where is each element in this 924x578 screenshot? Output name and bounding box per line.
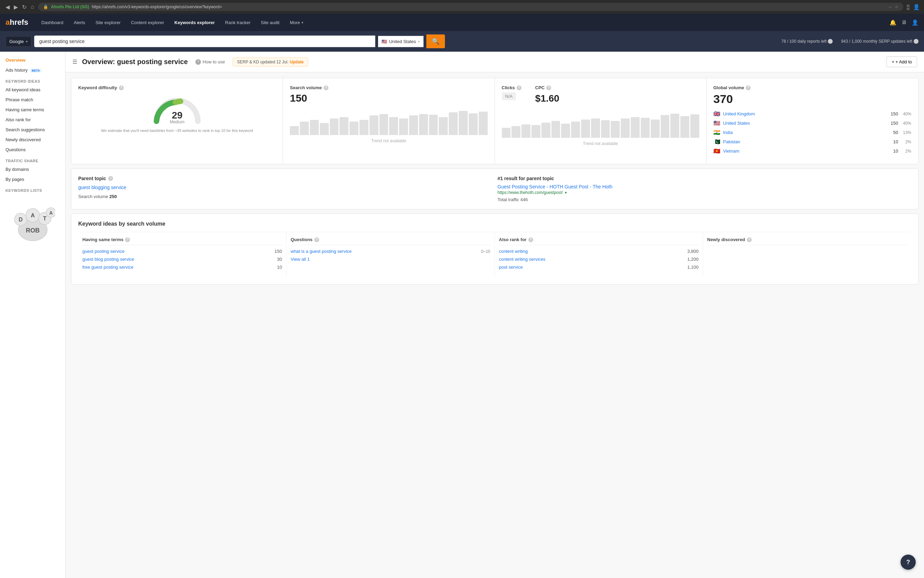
nav-rank-tracker[interactable]: Rank tracker xyxy=(220,17,255,28)
help-button[interactable]: ? xyxy=(901,555,916,570)
country-flag-icon: 🇻🇳 xyxy=(713,148,720,154)
keyword-ideas-section-title: KEYWORD IDEAS xyxy=(0,75,65,85)
sv-info-icon[interactable]: ? xyxy=(324,85,329,90)
add-to-button[interactable]: + + Add to xyxy=(887,57,917,67)
country-flag-icon: 🇵🇰 xyxy=(713,138,720,145)
display-icon[interactable]: 🖥 xyxy=(901,19,907,26)
parent-topic-info-icon[interactable]: ? xyxy=(108,176,113,181)
result-url[interactable]: https://www.thehoth.com/guestpost/ xyxy=(498,190,563,195)
sidebar-item-questions[interactable]: Questions xyxy=(0,144,65,155)
questions-view-all[interactable]: View all 1 xyxy=(291,257,490,262)
nav-content-explorer[interactable]: Content explorer xyxy=(126,17,169,28)
country-name-link[interactable]: India xyxy=(723,130,891,135)
lock-icon: 🔒 xyxy=(43,5,48,9)
clicks-title: Clicks ? xyxy=(502,85,521,90)
nav-dashboard[interactable]: Dashboard xyxy=(37,17,68,28)
more-chevron-icon: ▾ xyxy=(302,21,303,24)
profile-icon[interactable]: 👤 xyxy=(913,4,920,10)
idea-link[interactable]: content writing xyxy=(499,249,688,254)
nav-site-audit[interactable]: Site audit xyxy=(256,17,284,28)
monthly-updates-info-icon[interactable]: ? xyxy=(914,39,919,44)
kd-info-icon[interactable]: ? xyxy=(119,85,124,90)
hamburger-icon[interactable]: ☰ xyxy=(72,58,77,65)
nav-keywords-explorer[interactable]: Keywords explorer xyxy=(169,17,220,28)
nav-more[interactable]: More ▾ xyxy=(285,17,308,28)
plus-icon: + xyxy=(891,59,895,65)
sidebar-item-all-keyword-ideas[interactable]: All keyword ideas xyxy=(0,85,65,95)
daily-reports-info-icon[interactable]: ? xyxy=(828,39,833,44)
extensions-icon[interactable]: ⣿ xyxy=(906,4,910,10)
idea-volume: 1,100 xyxy=(687,265,699,270)
search-button[interactable]: 🔍 xyxy=(426,34,445,48)
country-name-link[interactable]: Pakistan xyxy=(723,139,891,144)
app-nav: ahrefs Dashboard Alerts Site explorer Co… xyxy=(0,14,924,31)
total-traffic-value: 446 xyxy=(521,197,528,202)
idea-link[interactable]: free guest posting service xyxy=(82,265,277,270)
sidebar-item-also-rank-for[interactable]: Also rank for xyxy=(0,115,65,125)
logo-a: a xyxy=(5,18,10,26)
idea-link[interactable]: post service xyxy=(499,265,688,270)
sidebar-item-phrase-match[interactable]: Phrase match xyxy=(0,95,65,105)
country-row: 🇺🇸 United States 150 40% xyxy=(713,120,911,127)
country-select[interactable]: 🇺🇸 United States ▾ xyxy=(378,36,424,47)
cpc-info-icon[interactable]: ? xyxy=(546,85,551,90)
sidebar-item-by-domains[interactable]: By domains xyxy=(0,164,65,174)
more-icon[interactable]: ··· xyxy=(888,5,892,9)
sidebar-item-search-suggestions[interactable]: Search suggestions xyxy=(0,125,65,135)
notification-icon[interactable]: 🔔 xyxy=(890,19,896,26)
questions-header: Questions ? xyxy=(291,237,490,245)
idea-link[interactable]: guest posting service xyxy=(82,249,275,254)
sidebar-item-having-same-terms[interactable]: Having same terms xyxy=(0,105,65,115)
parent-topic-link[interactable]: guest blogging service xyxy=(78,185,126,190)
result-title-link[interactable]: Guest Posting Service - HOTH Guest Post … xyxy=(498,184,912,190)
gv-value: 370 xyxy=(713,92,911,106)
content-area: ☰ Overview: guest posting service ? How … xyxy=(65,52,924,578)
question-circle-icon: ? xyxy=(195,59,201,65)
sidebar-item-newly-discovered[interactable]: Newly discovered xyxy=(0,135,65,144)
country-pct: 40% xyxy=(901,121,911,126)
keyword-input[interactable] xyxy=(34,36,375,47)
refresh-button[interactable]: ↻ xyxy=(21,3,28,11)
sidebar-item-by-pages[interactable]: By pages xyxy=(0,174,65,184)
questions-info-icon[interactable]: ? xyxy=(314,237,319,242)
country-name-link[interactable]: United Kingdom xyxy=(723,111,888,117)
bookmark-icon[interactable]: ☆ xyxy=(895,5,898,9)
having-same-terms-info-icon[interactable]: ? xyxy=(125,237,130,242)
idea-range: 0–10 xyxy=(481,249,490,254)
gv-info-icon[interactable]: ? xyxy=(746,85,751,90)
dropdown-arrow-icon[interactable]: ▾ xyxy=(565,190,567,195)
nav-items: Dashboard Alerts Site explorer Content e… xyxy=(37,17,890,28)
parent-topic-right: #1 result for parent topic Guest Posting… xyxy=(498,176,912,202)
also-rank-for-header: Also rank for ? xyxy=(499,237,699,245)
nav-alerts[interactable]: Alerts xyxy=(69,17,90,28)
home-button[interactable]: ⌂ xyxy=(29,3,36,11)
sidebar-item-ads-history[interactable]: Ads history BETA xyxy=(0,65,65,75)
having-same-terms-items: guest posting service 150guest blog post… xyxy=(82,249,282,270)
sidebar-item-overview[interactable]: Overview xyxy=(0,55,65,65)
country-name-link[interactable]: United States xyxy=(723,120,888,126)
back-button[interactable]: ◀ xyxy=(4,3,11,11)
parent-topic-section: Parent topic ? guest blogging service Se… xyxy=(71,169,919,209)
user-icon[interactable]: 👤 xyxy=(912,19,919,26)
idea-link[interactable]: guest blog posting service xyxy=(82,257,277,262)
page-title: Overview: guest posting service xyxy=(82,58,188,66)
country-volume: 150 xyxy=(891,120,898,126)
address-bar[interactable]: 🔒 Ahrefs Pte Ltd (SG) https://ahrefs.com… xyxy=(38,3,903,11)
idea-link[interactable]: content writing services xyxy=(499,257,688,262)
update-link[interactable]: Update xyxy=(290,60,304,65)
nav-site-explorer[interactable]: Site explorer xyxy=(91,17,125,28)
clicks-section: Clicks ? N/A xyxy=(502,85,521,107)
clicks-trend-na: Trend not available xyxy=(502,141,699,146)
country-name-link[interactable]: Vietnam xyxy=(723,148,891,154)
forward-button[interactable]: ▶ xyxy=(12,3,19,11)
idea-link[interactable]: what is a guest posting service xyxy=(291,249,480,254)
clicks-trend-area xyxy=(502,110,699,138)
global-volume-card: Global volume ? 370 🇬🇧 United Kingdom 15… xyxy=(706,78,918,164)
clicks-info-icon[interactable]: ? xyxy=(517,85,521,90)
newly-discovered-info-icon[interactable]: ? xyxy=(747,237,752,242)
main-layout: Overview Ads history BETA KEYWORD IDEAS … xyxy=(0,52,924,578)
also-rank-for-info-icon[interactable]: ? xyxy=(528,237,533,242)
browser-chrome: ◀ ▶ ↻ ⌂ 🔒 Ahrefs Pte Ltd (SG) https://ah… xyxy=(0,0,924,14)
engine-select[interactable]: Google ▾ xyxy=(5,36,31,47)
how-to-use-button[interactable]: ? How to use xyxy=(193,58,228,66)
